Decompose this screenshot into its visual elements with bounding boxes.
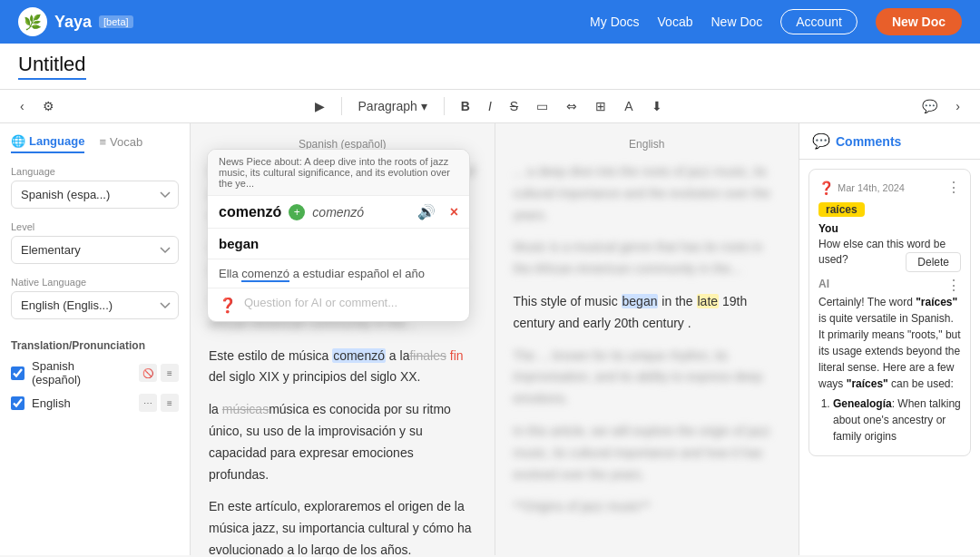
download-button[interactable]: ⬇ [646, 95, 668, 117]
highlight-late: late [697, 294, 720, 308]
bold-button[interactable]: B [456, 95, 475, 117]
english-p2: Music is a musical genre that has its ro… [514, 237, 781, 280]
comments-header: 💬 Comments [799, 123, 980, 160]
beta-badge: [beta] [99, 15, 133, 28]
highlight-button[interactable]: ▭ [531, 95, 554, 117]
popup-conjugation: comenzó [312, 205, 364, 220]
tab-vocab[interactable]: ≡ Vocab [99, 134, 142, 153]
top-nav: 🌿 Yaya [beta] My Docs Vocab New Doc Acco… [0, 0, 980, 44]
popup-audio-button[interactable]: 🔊 [417, 203, 436, 220]
you-comment-text: How else can this word be used? Delete [818, 237, 961, 268]
raices-tag: raíces [818, 202, 865, 217]
language-section: Language Spanish (espa...) [11, 166, 179, 209]
strikethrough-finales: finales [409, 348, 446, 363]
spanish-flag-icon: 🚫 [139, 364, 157, 382]
english-checkbox-row: English ⋯ ≡ [11, 394, 179, 412]
delete-button[interactable]: Delete [906, 252, 961, 272]
english-checkbox[interactable] [11, 396, 24, 410]
comment-top: ❓ Mar 14th, 2024 ⋮ [818, 179, 961, 196]
comment-icon: ❓ [219, 297, 237, 314]
italic-button[interactable]: I [483, 95, 497, 117]
title-bar: Untitled [0, 44, 980, 90]
vocab-link[interactable]: Vocab [658, 15, 693, 29]
popup-comment-input[interactable]: Question for AI or comment... [244, 296, 397, 309]
level-select[interactable]: Elementary [11, 236, 179, 264]
native-lang-select[interactable]: English (Englis...) [11, 291, 179, 319]
ai-author: AI [818, 278, 829, 290]
ai-response-text: Certainly! The word "raíces" is quite ve… [818, 294, 961, 445]
english-col-header: English [514, 138, 781, 151]
comment-card-1: ❓ Mar 14th, 2024 ⋮ raíces You How else c… [808, 169, 971, 456]
doc-columns: Spanish (español) News Piece about: A de… [191, 123, 799, 555]
comment-toggle-button[interactable]: 💬 [916, 95, 943, 117]
language-tab-icon: 🌐 [11, 134, 25, 148]
nav-links: My Docs Vocab New Doc Account New Doc [590, 8, 962, 35]
play-button[interactable]: ▶ [309, 95, 330, 117]
word-popup: News Piece about: A deep dive into the r… [207, 149, 470, 322]
english-p6: **Origins of jazz music** [514, 496, 781, 518]
native-language-section: Native Language English (Englis...) [11, 277, 179, 319]
highlight-comenzó[interactable]: comenzó [332, 348, 386, 363]
comments-icon: 💬 [812, 132, 830, 150]
right-panel: 💬 Comments ❓ Mar 14th, 2024 ⋮ raíces [799, 123, 980, 555]
popup-add-icon[interactable]: + [289, 204, 305, 220]
main-layout: 🌐 Language ≡ Vocab Language Spanish (esp… [0, 123, 980, 555]
paragraph-dropdown[interactable]: Paragraph ▾ [353, 95, 433, 117]
spanish-checkbox-row: Spanish(español) 🚫 ≡ [11, 359, 179, 386]
popup-hint: News Piece about: A deep dive into the r… [208, 150, 469, 196]
format-button2[interactable]: ⊞ [590, 95, 612, 117]
popup-word: comenzó [219, 204, 281, 220]
comment-question-icon: ❓ [818, 181, 834, 195]
tab-language[interactable]: 🌐 Language [11, 134, 84, 153]
collapse-sidebar-button[interactable]: ‹ [15, 95, 30, 117]
expand-button[interactable]: › [950, 95, 965, 117]
comment-date: Mar 14th, 2024 [838, 182, 905, 193]
new-doc-button[interactable]: New Doc [876, 8, 962, 35]
english-p4: The ... known for its unique rhythm, its… [514, 346, 781, 410]
popup-translation: began [208, 229, 469, 259]
level-section: Level Elementary [11, 221, 179, 264]
logo-text: Yaya [54, 13, 92, 32]
my-docs-link[interactable]: My Docs [590, 15, 639, 29]
you-author: You [818, 222, 961, 235]
level-label: Level [11, 221, 179, 232]
spanish-p6: En este artículo, exploraremos el origen… [209, 496, 476, 555]
comments-title: Comments [836, 134, 901, 149]
toolbar-separator-2 [444, 97, 445, 115]
left-panel: 🌐 Language ≡ Vocab Language Spanish (esp… [0, 123, 191, 555]
ai-more-button[interactable]: ⋮ [946, 277, 961, 294]
settings-button[interactable]: ⚙ [37, 95, 60, 117]
english-column: English ... a deep dive into the roots o… [495, 123, 799, 555]
spanish-checkbox[interactable] [11, 366, 24, 380]
popup-close-button[interactable]: × [450, 204, 458, 220]
popup-comment-row: ❓ Question for AI or comment... [208, 288, 469, 321]
font-size-button[interactable]: A [619, 95, 638, 117]
language-select[interactable]: Spanish (espa...) [11, 181, 179, 209]
correction-fin: fin [450, 348, 464, 363]
strikethrough-musicas: músicas [222, 402, 269, 416]
spanish-lines-icon: ≡ [161, 364, 179, 382]
vocab-tab-icon: ≡ [99, 135, 106, 149]
format-button1[interactable]: ⇔ [561, 95, 583, 117]
panel-tabs: 🌐 Language ≡ Vocab [11, 134, 179, 153]
logo: 🌿 Yaya [beta] [18, 7, 133, 36]
spanish-p4: Este estilo de música comenzó a lafinale… [209, 346, 476, 389]
comments-list: ❓ Mar 14th, 2024 ⋮ raíces You How else c… [799, 160, 980, 555]
comment-more-button[interactable]: ⋮ [946, 179, 961, 196]
spanish-column: Spanish (español) News Piece about: A de… [191, 123, 495, 555]
spanish-p5: la músicasmúsica es conocida por su ritm… [209, 399, 476, 485]
toolbar-separator [341, 97, 342, 115]
translation-section: Translation/Pronunciation Spanish(españo… [11, 339, 179, 419]
popup-example: Ella comenzó a estudiar español el año [208, 259, 469, 288]
doc-title[interactable]: Untitled [18, 53, 86, 80]
english-p3: This style of music began in the late 19… [514, 291, 781, 335]
example-word: comenzó [241, 267, 289, 282]
language-label: Language [11, 166, 179, 177]
english-p5: In this article, we will explore the ori… [514, 421, 781, 485]
english-text: ... a deep dive into the roots of jazz m… [514, 161, 781, 518]
strikethrough-button[interactable]: S [505, 95, 524, 117]
english-lines-icon: ≡ [161, 394, 179, 412]
account-button[interactable]: Account [780, 9, 858, 34]
new-doc-link[interactable]: New Doc [710, 15, 762, 29]
native-lang-label: Native Language [11, 277, 179, 288]
